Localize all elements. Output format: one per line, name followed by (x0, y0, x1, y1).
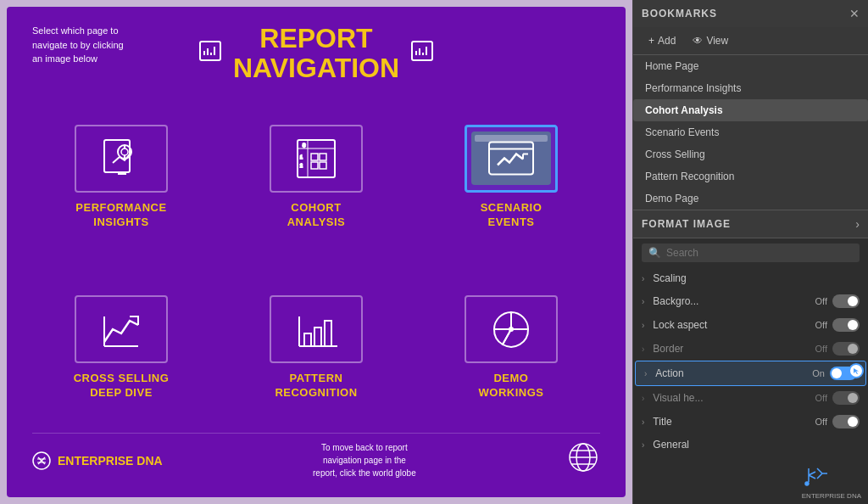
format-option-background-label: Backgro... (653, 295, 810, 307)
svg-text:$: $ (303, 143, 306, 148)
nav-label-pattern-recognition: PATTERNRECOGNITION (275, 372, 357, 400)
view-icon: 👁 (693, 35, 703, 47)
format-title: FORMAT IMAGE (642, 218, 731, 230)
nav-icon-performance-insights (75, 125, 168, 193)
nav-icon-demo-workings (465, 295, 558, 363)
border-toggle[interactable] (832, 342, 860, 356)
scenario-inner (471, 132, 551, 185)
format-option-visual-header[interactable]: › Visual he... Off (633, 386, 868, 410)
visualheader-toggle-container: Off (815, 391, 860, 405)
background-toggle-value: Off (815, 296, 827, 306)
nav-item-cohort-analysis[interactable]: $ 1 2 COHORTANALYSIS (227, 100, 405, 254)
search-bar[interactable]: 🔍 (642, 244, 860, 262)
chevron-action-icon: › (644, 369, 647, 378)
nav-item-scenario-events[interactable]: SCENARIOEVENTS (422, 100, 600, 254)
format-option-general-label: General (653, 439, 860, 451)
svg-rect-5 (412, 42, 432, 60)
format-option-general[interactable]: › General (633, 434, 868, 456)
bookmark-item-scenario[interactable]: Scenario Events (633, 121, 868, 143)
nav-item-pattern-recognition[interactable]: PATTERNRECOGNITION (227, 271, 405, 424)
add-icon: + (648, 35, 654, 47)
report-nav-icon-right (409, 38, 435, 69)
bookmark-item-cohort[interactable]: Cohort Analysis (633, 99, 868, 121)
svg-rect-35 (325, 321, 331, 346)
nav-icon-pattern-recognition (270, 295, 363, 363)
format-option-lockaspect-label: Lock aspect (653, 319, 810, 331)
svg-point-36 (509, 328, 513, 331)
chevron-background-icon: › (642, 297, 644, 306)
svg-text:2: 2 (300, 163, 303, 168)
bottom-right-icon: ENTERPRISE DNA (802, 462, 861, 500)
bookmarks-add-button[interactable]: + Add (642, 32, 682, 49)
format-expand-icon[interactable]: › (855, 217, 860, 231)
report-header: Select which page to navigate to by clic… (32, 24, 600, 83)
brand-name: ENTERPRISE DNA (58, 454, 163, 468)
header-instruction: Select which page to navigate to by clic… (32, 24, 124, 66)
right-panel: BOOKMARKS ✕ + Add 👁 View Home Page Perfo… (632, 0, 868, 504)
corner-label: ENTERPRISE DNA (802, 492, 861, 500)
header-title: REPORT NAVIGATION (198, 24, 435, 83)
format-option-action[interactable]: › Action On (635, 361, 866, 386)
report-title: REPORT NAVIGATION (233, 24, 399, 83)
visualheader-toggle[interactable] (832, 391, 860, 405)
svg-rect-33 (304, 333, 311, 346)
action-toggle-with-cursor (830, 367, 857, 380)
cursor-indicator (849, 363, 864, 378)
nav-grid: PERFORMANCEINSIGHTS $ 1 2 (32, 100, 600, 424)
chevron-border-icon: › (642, 344, 644, 354)
format-option-action-label: Action (655, 367, 807, 379)
format-section: FORMAT IMAGE › 🔍 › Scaling › Backgro... … (633, 210, 868, 504)
background-toggle[interactable] (832, 294, 860, 308)
nav-icon-cross-selling (75, 295, 168, 363)
format-option-lock-aspect[interactable]: › Lock aspect Off (633, 313, 868, 337)
chevron-title-icon: › (642, 417, 644, 427)
title-toggle[interactable] (832, 415, 860, 428)
nav-label-demo-workings: DEMOWORKINGS (479, 372, 544, 400)
dna-logo-icon (32, 451, 51, 470)
svg-point-45 (805, 482, 809, 485)
bookmarks-close-button[interactable]: ✕ (849, 7, 860, 20)
svg-rect-18 (311, 154, 318, 160)
main-content: Select which page to navigate to by clic… (0, 0, 632, 504)
border-toggle-value: Off (815, 344, 827, 354)
bookmark-item-demo[interactable]: Demo Page (633, 188, 868, 210)
svg-rect-19 (320, 154, 326, 160)
format-search-input[interactable] (666, 247, 853, 259)
footer-instruction: To move back to report navigation page i… (313, 441, 416, 479)
chevron-lockaspect-icon: › (642, 321, 644, 330)
format-option-background[interactable]: › Backgro... Off (633, 289, 868, 313)
format-header: FORMAT IMAGE › (633, 210, 868, 238)
nav-icon-cohort-analysis: $ 1 2 (270, 125, 363, 193)
nav-item-cross-selling[interactable]: CROSS SELLINGDEEP DIVE (32, 271, 210, 424)
nav-label-cross-selling: CROSS SELLINGDEEP DIVE (74, 372, 170, 400)
visualheader-toggle-value: Off (815, 393, 827, 403)
bookmark-item-performance[interactable]: Performance Insights (633, 77, 868, 99)
lockaspect-toggle[interactable] (832, 318, 860, 332)
bookmarks-header: BOOKMARKS ✕ (633, 0, 868, 27)
chevron-general-icon: › (642, 440, 644, 450)
format-option-title-label: Title (653, 416, 810, 428)
search-icon: 🔍 (648, 247, 661, 259)
svg-point-12 (121, 148, 128, 155)
bookmark-item-cross-selling[interactable]: Cross Selling (633, 143, 868, 165)
lockaspect-toggle-container: Off (815, 318, 860, 332)
title-toggle-value: Off (815, 417, 827, 427)
svg-text:1: 1 (300, 154, 303, 160)
nav-label-scenario-events: SCENARIOEVENTS (481, 201, 542, 230)
bookmarks-view-button[interactable]: 👁 View (686, 32, 735, 49)
format-section-footer: ENTERPRISE DNA (633, 456, 868, 504)
format-option-title[interactable]: › Title Off (633, 410, 868, 434)
footer-globe-icon[interactable] (566, 440, 600, 480)
nav-icon-scenario-events (465, 125, 558, 193)
report-footer: ENTERPRISE DNA To move back to report na… (32, 433, 600, 480)
bookmark-item-home[interactable]: Home Page (633, 55, 868, 77)
format-option-scaling[interactable]: › Scaling (633, 267, 868, 289)
bookmark-list: Home Page Performance Insights Cohort An… (633, 55, 868, 210)
format-option-border[interactable]: › Border Off (633, 337, 868, 361)
svg-rect-25 (489, 142, 533, 174)
nav-item-performance-insights[interactable]: PERFORMANCEINSIGHTS (32, 100, 210, 254)
bookmark-item-pattern[interactable]: Pattern Recognition (633, 165, 868, 188)
format-option-visualheader-label: Visual he... (653, 392, 810, 404)
action-toggle-container: On (812, 367, 857, 380)
nav-item-demo-workings[interactable]: DEMOWORKINGS (422, 271, 600, 424)
